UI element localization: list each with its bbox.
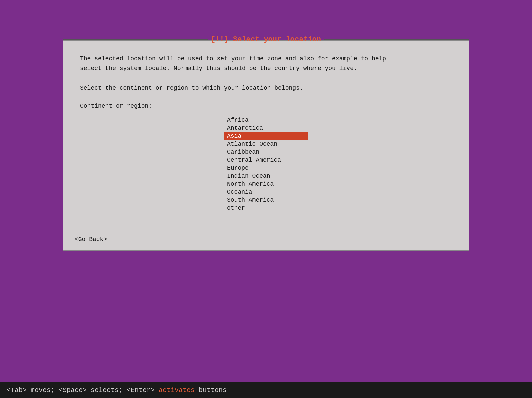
region-item[interactable]: Atlantic Ocean <box>224 140 308 148</box>
region-item[interactable]: Central America <box>224 156 308 164</box>
title-line-right <box>324 39 469 40</box>
dialog-title-bar: [!!] Select your location <box>63 35 469 44</box>
description-text: The selected location will be used to se… <box>80 54 452 73</box>
button-row: <Go Back> <box>63 232 469 250</box>
region-item[interactable]: South America <box>224 196 308 204</box>
description-line1: The selected location will be used to se… <box>80 55 386 62</box>
status-activates: activates <box>159 386 195 394</box>
region-item[interactable]: Asia <box>224 132 308 140</box>
region-item[interactable]: North America <box>224 180 308 188</box>
region-item[interactable]: other <box>224 204 308 212</box>
region-item[interactable]: Africa <box>224 116 308 124</box>
description-line2: select the system locale. Normally this … <box>80 65 357 72</box>
list-container: AfricaAntarcticaAsiaAtlantic OceanCaribb… <box>80 116 452 212</box>
dialog-box: [!!] Select your location The selected l… <box>63 40 469 251</box>
instruction-text: Select the continent or region to which … <box>80 83 452 93</box>
status-text-suffix: buttons <box>195 386 227 394</box>
dialog-title: [!!] Select your location <box>211 35 321 44</box>
region-item[interactable]: Europe <box>224 164 308 172</box>
region-list: AfricaAntarcticaAsiaAtlantic OceanCaribb… <box>224 116 308 212</box>
dialog-content: The selected location will be used to se… <box>63 41 469 232</box>
region-item[interactable]: Antarctica <box>224 124 308 132</box>
go-back-button[interactable]: <Go Back> <box>73 235 108 243</box>
region-item[interactable]: Oceania <box>224 188 308 196</box>
region-item[interactable]: Indian Ocean <box>224 172 308 180</box>
continent-label: Continent or region: <box>80 103 452 109</box>
region-item[interactable]: Caribbean <box>224 148 308 156</box>
bottom-bar: <Tab> moves; <Space> selects; <Enter> ac… <box>0 382 532 398</box>
status-text-prefix: <Tab> moves; <Space> selects; <Enter> <box>7 386 159 394</box>
title-line-left <box>63 39 208 40</box>
screen-wrapper: [!!] Select your location The selected l… <box>0 0 532 398</box>
